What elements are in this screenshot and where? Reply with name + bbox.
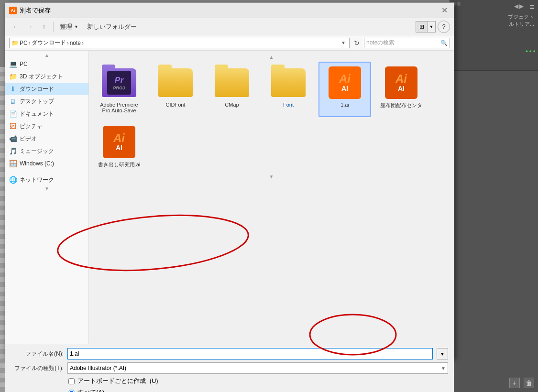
file-name-premiere: Adobe PremierePro Auto-Save	[100, 102, 138, 113]
sidebar-item-windows[interactable]: 🪟 Windows (C:)	[5, 157, 88, 170]
sidebar-item-video[interactable]: 📹 ビデオ	[5, 132, 88, 145]
address-part-2: ダウンロード	[32, 39, 66, 47]
pictures-icon: 🖼	[9, 122, 17, 130]
view-toggle[interactable]: ⊞ ▼	[416, 21, 436, 33]
file-item-font[interactable]: Font	[262, 62, 315, 117]
panel-dot	[457, 2, 461, 6]
sidebar-item-pictures[interactable]: 🖼 ピクチャ	[5, 120, 88, 132]
organize-dropdown-arrow: ▼	[74, 24, 78, 29]
font-folder-icon	[271, 65, 306, 100]
filename-row: ファイル名(N): ▼	[11, 348, 448, 359]
sidebar-item-downloads[interactable]: ⬇ ダウンロード	[5, 83, 88, 95]
sidebar-label-desktop: デスクトップ	[20, 98, 54, 106]
save-as-dialog: Ai 別名で保存 ✕ ← → ↑ 整理 ▼ 新しいフォルダー ⊞ ▼ ? 📁 P…	[5, 2, 454, 359]
refresh-button[interactable]: ↻	[351, 38, 362, 48]
file-item-cmap[interactable]: CMap	[206, 62, 258, 117]
artboard-row: アートボードごとに作成 (U)	[68, 377, 448, 385]
ai-app-icon: Ai	[9, 7, 17, 14]
kakidashi-file-icon: Ai AI	[102, 125, 136, 159]
video-icon: 📹	[9, 135, 17, 142]
zashudan-file-icon: Ai AI	[384, 65, 418, 100]
organize-label: 整理	[60, 22, 72, 31]
address-dropdown-arrow[interactable]: ▼	[340, 39, 347, 47]
filetype-value: Adobe Illustrator (*.AI)	[70, 365, 126, 371]
file-item-kakidashi[interactable]: Ai AI 書き出し研究用.ai	[93, 121, 145, 172]
file-name-cmap: CMap	[225, 102, 239, 108]
panel-arrow-left[interactable]: ◀	[514, 3, 518, 10]
cidfont-folder-icon	[158, 65, 193, 100]
sidebar-scroll-up: ▲	[5, 53, 88, 58]
view-icon: ⊞	[416, 22, 428, 32]
file-item-1ai[interactable]: Ai AI 1.ai	[318, 62, 371, 117]
address-sep-1: ›	[29, 40, 31, 46]
nav-forward-button[interactable]: →	[23, 21, 36, 33]
file-item-cidfont[interactable]: CIDFont	[149, 62, 202, 117]
help-button[interactable]: ?	[438, 21, 450, 33]
artboard-checkbox[interactable]	[68, 378, 75, 384]
file-name-cidfont: CIDFont	[166, 102, 186, 108]
file-name-zashudan: 座布団配布センタ	[380, 102, 422, 109]
search-placeholder: noteの検索	[366, 39, 395, 47]
filetype-label: ファイルの種類(T):	[11, 364, 64, 372]
address-sep-2: ›	[67, 40, 69, 46]
panel-trash-button[interactable]: 🗑	[524, 378, 534, 388]
search-icon: 🔍	[440, 40, 448, 46]
new-folder-button[interactable]: 新しいフォルダー	[84, 21, 140, 33]
cmap-folder-icon	[215, 65, 249, 100]
sidebar-label-pictures: ピクチャ	[20, 122, 43, 131]
panel-arrow-right[interactable]: ▶	[519, 3, 524, 10]
panel-label-project: ブジェクト ルトリア...	[508, 13, 534, 28]
file-item-zashudan[interactable]: Ai AI 座布団配布センタ	[375, 62, 428, 117]
sidebar: ▲ 💻 PC 📁 3D オブジェクト ⬇ ダウンロード 🖥 デスクトップ 📄 ド…	[5, 51, 89, 344]
address-sep-3: ›	[82, 40, 84, 46]
dialog-main-content: ▲ 💻 PC 📁 3D オブジェクト ⬇ ダウンロード 🖥 デスクトップ 📄 ド…	[5, 51, 454, 344]
filetype-select[interactable]: Adobe Illustrator (*.AI) ▼	[67, 362, 448, 374]
sidebar-label-pc: PC	[20, 61, 28, 67]
panel-node-markers: ● ● ●	[526, 49, 536, 54]
all-radio[interactable]	[68, 390, 75, 392]
desktop-icon: 🖥	[9, 98, 17, 105]
sidebar-item-network[interactable]: 🌐 ネットワーク	[5, 174, 88, 186]
premiere-folder-icon: Pr PROJ	[102, 65, 136, 100]
file-grid: ▲ Pr PROJ Adobe PremierePro Auto-Save	[89, 51, 454, 344]
file-name-kakidashi: 書き出し研究用.ai	[98, 161, 141, 168]
panel-action-icons[interactable]: + 🗑	[509, 378, 534, 388]
address-bar: 📁 PC › ダウンロード › note › ▼ ↻ noteの検索 🔍	[5, 35, 454, 51]
sidebar-item-3d[interactable]: 📁 3D オブジェクト	[5, 70, 88, 83]
panel-add-button[interactable]: +	[509, 378, 520, 388]
grid-scroll-up: ▲	[93, 54, 450, 60]
sidebar-label-network: ネットワーク	[20, 176, 54, 184]
filetype-row: ファイルの種類(T): Adobe Illustrator (*.AI) ▼	[11, 362, 448, 374]
sidebar-item-desktop[interactable]: 🖥 デスクトップ	[5, 95, 88, 108]
new-folder-label: 新しいフォルダー	[87, 22, 137, 31]
address-path[interactable]: 📁 PC › ダウンロード › note › ▼	[9, 38, 350, 48]
filename-input[interactable]	[67, 348, 433, 359]
grid-scroll-down: ▼	[93, 174, 450, 179]
sidebar-label-3d: 3D オブジェクト	[20, 73, 63, 81]
sidebar-item-pc[interactable]: 💻 PC	[5, 58, 88, 70]
filename-label: ファイル名(N):	[11, 350, 64, 358]
documents-icon: 📄	[9, 110, 17, 118]
sidebar-label-documents: ドキュメント	[20, 110, 54, 118]
file-name-font: Font	[283, 102, 294, 108]
1ai-file-icon: Ai AI	[328, 65, 362, 100]
sidebar-item-documents[interactable]: 📄 ドキュメント	[5, 108, 88, 120]
panel-menu-icon[interactable]: ≡	[530, 3, 534, 11]
sidebar-label-downloads: ダウンロード	[20, 85, 54, 93]
sidebar-gap	[5, 170, 88, 174]
pc-icon: 💻	[9, 60, 17, 68]
dialog-close-button[interactable]: ✕	[439, 5, 450, 16]
filetype-dropdown-arrow: ▼	[441, 366, 446, 371]
sidebar-item-music[interactable]: 🎵 ミュージック	[5, 145, 88, 157]
address-part-1: PC	[20, 40, 28, 46]
panel-arrows[interactable]: ◀ ▶	[514, 3, 524, 10]
nav-back-button[interactable]: ←	[9, 21, 22, 33]
file-item-premiere[interactable]: Pr PROJ Adobe PremierePro Auto-Save	[93, 62, 145, 117]
search-box[interactable]: noteの検索 🔍	[364, 38, 450, 48]
nav-up-button[interactable]: ↑	[38, 21, 50, 33]
sidebar-label-video: ビデオ	[20, 135, 37, 143]
network-icon: 🌐	[9, 176, 17, 184]
view-dropdown-arrow[interactable]: ▼	[428, 22, 435, 32]
organize-button[interactable]: 整理 ▼	[56, 21, 82, 33]
filename-dropdown-arrow[interactable]: ▼	[437, 348, 448, 359]
